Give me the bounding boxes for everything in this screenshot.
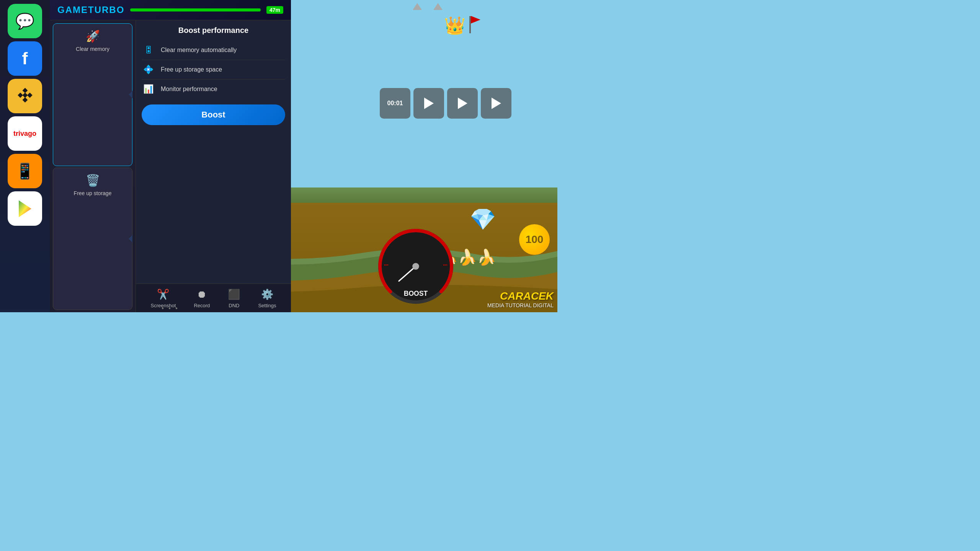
boost-panel: Boost performance 🎛 Clear memory automat… [136,20,291,284]
top-triangles [413,3,443,10]
crown-icon: 👑 [444,15,466,36]
free-up-storage-label: Free up storage [74,190,112,196]
record-label: Record [194,303,210,308]
svg-text:•••: ••• [443,262,448,267]
game-timer: 00:01 [380,88,410,119]
play-button-2[interactable] [447,88,478,119]
toolbar-dnd[interactable]: ⬛ DND [228,289,240,308]
svg-marker-12 [19,200,31,217]
fps-value: 47m [266,6,283,14]
boost-item-free-storage[interactable]: 💠 Free up storage space [142,60,285,80]
toolbar-record[interactable]: ⏺ Record [194,289,210,308]
crown-area: 👑 [444,15,481,36]
sidebar-item-orange-app[interactable]: 📱 [8,154,42,188]
whatsapp-icon: 💬 [15,12,34,30]
free-up-storage-icon: 🗑️ [86,174,100,187]
clear-memory-arrow [129,91,132,98]
app-sidebar: 💬 f trivago 📱 [0,0,50,312]
svg-marker-9 [22,92,28,98]
svg-text:BOOST: BOOST [404,290,428,297]
coin: 100 [519,224,550,255]
svg-marker-8 [18,92,23,98]
svg-text:•••: ••• [384,262,389,267]
timer-boxes-area: 00:01 [380,88,511,119]
watermark-title: CARACEK [487,290,554,302]
free-storage-icon: 💠 [142,65,155,75]
clear-memory-label: Clear memory [76,46,109,52]
boost-button[interactable]: Boost [142,104,285,125]
dnd-icon: ⬛ [228,289,240,300]
play-triangle-2 [458,98,467,109]
sidebar-item-playstore[interactable] [8,191,42,226]
monitor-icon: 📊 [142,84,155,94]
boost-gauge: BOOST ••• ••• [374,224,458,308]
clear-memory-auto-icon: 🎛 [142,45,155,55]
gameturbo-content: 🚀 Clear memory 🗑️ Free up storage Boost … [50,20,291,312]
svg-marker-7 [22,88,28,93]
play-triangle-3 [492,98,501,109]
clear-memory-auto-text: Clear memory automatically [161,47,237,54]
free-storage-text: Free up storage space [161,66,222,73]
monitor-text: Monitor performance [161,86,217,93]
clear-memory-button[interactable]: 🚀 Clear memory [53,23,132,166]
sidebar-item-trivago[interactable]: trivago [8,116,42,151]
gameturbo-logo: GAMETURBO [57,5,124,15]
boost-panel-title: Boost performance [142,26,285,35]
screenshot-icon: ✂️ [157,289,169,300]
diamond-gem: 💎 [470,207,496,232]
sidebar-item-facebook[interactable]: f [8,41,42,76]
boost-item-monitor[interactable]: 📊 Monitor performance [142,80,285,99]
binance-icon [15,86,36,107]
sidebar-item-whatsapp[interactable]: 💬 [8,4,42,38]
gameturbo-header: GAMETURBO 47m [50,0,291,20]
more-dots: • • • [162,305,179,312]
playstore-icon [15,198,36,219]
play-button-1[interactable] [413,88,444,119]
free-up-storage-button[interactable]: 🗑️ Free up storage [53,168,132,310]
fps-bar [130,8,261,11]
gameturbo-overlay: GAMETURBO 47m 🚀 Clear memory 🗑️ Free up … [50,0,291,312]
settings-icon: ⚙️ [261,289,273,300]
svg-marker-11 [22,97,28,103]
svg-marker-10 [27,92,33,98]
watermark: CARACEK MEDIA TUTORIAL DIGITAL [487,290,554,308]
play-button-3[interactable] [481,88,511,119]
record-icon: ⏺ [197,289,207,300]
free-up-storage-arrow [129,235,132,243]
toolbar-settings[interactable]: ⚙️ Settings [258,289,276,308]
toolbar: ✂️ Screenshot ⏺ Record ⬛ DND ⚙️ Settings [136,284,291,312]
orange-app-icon: 📱 [15,162,34,180]
play-triangle-1 [424,98,434,109]
flag-icon [469,18,481,33]
watermark-subtitle: MEDIA TUTORIAL DIGITAL [487,302,554,308]
dnd-label: DND [229,303,239,308]
trivago-icon: trivago [13,130,36,138]
svg-point-3 [412,263,419,270]
facebook-icon: f [22,49,28,68]
clear-memory-icon: 🚀 [86,29,100,43]
sidebar-item-binance[interactable] [8,79,42,113]
boost-item-clear-memory[interactable]: 🎛 Clear memory automatically [142,41,285,60]
settings-label: Settings [258,303,276,308]
feature-panel-right: Boost performance 🎛 Clear memory automat… [136,20,291,312]
feature-panel-left: 🚀 Clear memory 🗑️ Free up storage [50,20,136,312]
